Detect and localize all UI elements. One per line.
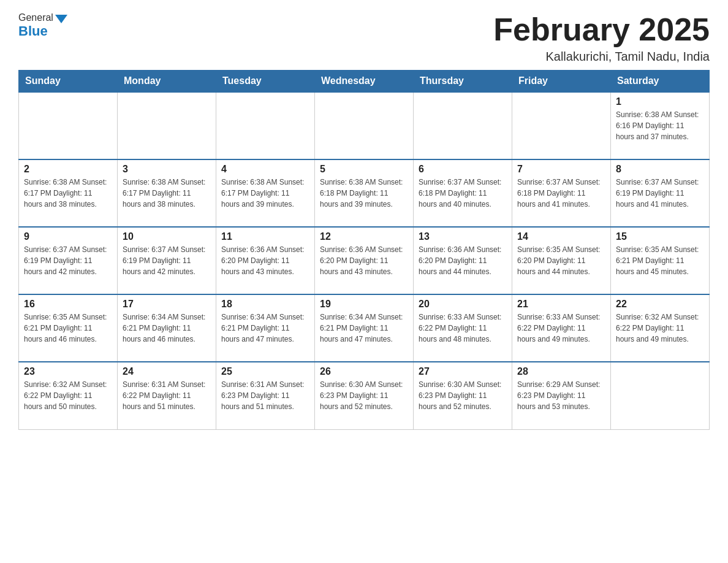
day-info: Sunrise: 6:38 AM Sunset: 6:17 PM Dayligh…	[221, 177, 309, 210]
calendar-cell: 8Sunrise: 6:37 AM Sunset: 6:19 PM Daylig…	[611, 159, 710, 227]
day-number: 5	[320, 164, 408, 175]
logo: General Blue	[18, 12, 67, 39]
day-info: Sunrise: 6:34 AM Sunset: 6:21 PM Dayligh…	[123, 312, 211, 345]
calendar-cell: 21Sunrise: 6:33 AM Sunset: 6:22 PM Dayli…	[512, 294, 611, 362]
day-info: Sunrise: 6:34 AM Sunset: 6:21 PM Dayligh…	[221, 312, 309, 345]
day-info: Sunrise: 6:38 AM Sunset: 6:17 PM Dayligh…	[123, 177, 211, 210]
day-info: Sunrise: 6:36 AM Sunset: 6:20 PM Dayligh…	[320, 244, 408, 277]
calendar-header-row: SundayMondayTuesdayWednesdayThursdayFrid…	[19, 71, 710, 93]
day-info: Sunrise: 6:33 AM Sunset: 6:22 PM Dayligh…	[517, 312, 605, 345]
title-block: February 2025 Kallakurichi, Tamil Nadu, …	[493, 12, 710, 64]
day-number: 15	[616, 231, 704, 242]
day-number: 20	[419, 299, 507, 310]
page-header: General Blue February 2025 Kallakurichi,…	[18, 12, 710, 64]
calendar-cell: 11Sunrise: 6:36 AM Sunset: 6:20 PM Dayli…	[216, 227, 315, 294]
day-info: Sunrise: 6:38 AM Sunset: 6:18 PM Dayligh…	[320, 177, 408, 210]
day-info: Sunrise: 6:37 AM Sunset: 6:19 PM Dayligh…	[24, 244, 112, 277]
day-info: Sunrise: 6:30 AM Sunset: 6:23 PM Dayligh…	[419, 379, 507, 412]
day-number: 12	[320, 231, 408, 242]
day-info: Sunrise: 6:30 AM Sunset: 6:23 PM Dayligh…	[320, 379, 408, 412]
logo-arrow-icon	[55, 15, 67, 23]
calendar-cell: 19Sunrise: 6:34 AM Sunset: 6:21 PM Dayli…	[315, 294, 414, 362]
week-row-1: 1Sunrise: 6:38 AM Sunset: 6:16 PM Daylig…	[19, 92, 710, 159]
day-info: Sunrise: 6:29 AM Sunset: 6:23 PM Dayligh…	[517, 379, 605, 412]
day-number: 2	[24, 164, 112, 175]
calendar-cell: 24Sunrise: 6:31 AM Sunset: 6:22 PM Dayli…	[118, 362, 216, 429]
day-number: 23	[24, 366, 112, 377]
calendar-cell	[19, 92, 118, 159]
day-number: 8	[616, 164, 704, 175]
calendar-cell: 15Sunrise: 6:35 AM Sunset: 6:21 PM Dayli…	[611, 227, 710, 294]
day-info: Sunrise: 6:36 AM Sunset: 6:20 PM Dayligh…	[221, 244, 309, 277]
day-info: Sunrise: 6:37 AM Sunset: 6:18 PM Dayligh…	[419, 177, 507, 210]
calendar-cell: 16Sunrise: 6:35 AM Sunset: 6:21 PM Dayli…	[19, 294, 118, 362]
col-header-friday: Friday	[512, 71, 611, 93]
day-number: 21	[517, 299, 605, 310]
calendar-cell	[216, 92, 315, 159]
calendar-cell: 10Sunrise: 6:37 AM Sunset: 6:19 PM Dayli…	[118, 227, 216, 294]
calendar-cell: 20Sunrise: 6:33 AM Sunset: 6:22 PM Dayli…	[414, 294, 512, 362]
day-number: 11	[221, 231, 309, 242]
week-row-5: 23Sunrise: 6:32 AM Sunset: 6:22 PM Dayli…	[19, 362, 710, 429]
col-header-saturday: Saturday	[611, 71, 710, 93]
logo-blue-text: Blue	[18, 23, 48, 39]
week-row-3: 9Sunrise: 6:37 AM Sunset: 6:19 PM Daylig…	[19, 227, 710, 294]
day-number: 7	[517, 164, 605, 175]
day-info: Sunrise: 6:35 AM Sunset: 6:20 PM Dayligh…	[517, 244, 605, 277]
col-header-sunday: Sunday	[19, 71, 118, 93]
day-info: Sunrise: 6:36 AM Sunset: 6:20 PM Dayligh…	[419, 244, 507, 277]
day-number: 26	[320, 366, 408, 377]
day-number: 6	[419, 164, 507, 175]
day-info: Sunrise: 6:37 AM Sunset: 6:19 PM Dayligh…	[616, 177, 704, 210]
day-info: Sunrise: 6:35 AM Sunset: 6:21 PM Dayligh…	[24, 312, 112, 345]
day-info: Sunrise: 6:37 AM Sunset: 6:19 PM Dayligh…	[123, 244, 211, 277]
day-number: 4	[221, 164, 309, 175]
calendar-cell: 23Sunrise: 6:32 AM Sunset: 6:22 PM Dayli…	[19, 362, 118, 429]
calendar-cell: 7Sunrise: 6:37 AM Sunset: 6:18 PM Daylig…	[512, 159, 611, 227]
calendar-cell: 12Sunrise: 6:36 AM Sunset: 6:20 PM Dayli…	[315, 227, 414, 294]
day-info: Sunrise: 6:32 AM Sunset: 6:22 PM Dayligh…	[616, 312, 704, 345]
day-info: Sunrise: 6:38 AM Sunset: 6:16 PM Dayligh…	[616, 109, 704, 142]
calendar-cell: 9Sunrise: 6:37 AM Sunset: 6:19 PM Daylig…	[19, 227, 118, 294]
location-subtitle: Kallakurichi, Tamil Nadu, India	[493, 50, 710, 64]
month-title: February 2025	[493, 12, 710, 47]
day-number: 18	[221, 299, 309, 310]
calendar-cell	[118, 92, 216, 159]
calendar-cell	[611, 362, 710, 429]
day-number: 9	[24, 231, 112, 242]
week-row-2: 2Sunrise: 6:38 AM Sunset: 6:17 PM Daylig…	[19, 159, 710, 227]
day-number: 3	[123, 164, 211, 175]
day-number: 13	[419, 231, 507, 242]
calendar-cell: 14Sunrise: 6:35 AM Sunset: 6:20 PM Dayli…	[512, 227, 611, 294]
calendar-cell: 28Sunrise: 6:29 AM Sunset: 6:23 PM Dayli…	[512, 362, 611, 429]
day-info: Sunrise: 6:31 AM Sunset: 6:22 PM Dayligh…	[123, 379, 211, 412]
day-number: 22	[616, 299, 704, 310]
calendar-table: SundayMondayTuesdayWednesdayThursdayFrid…	[18, 70, 710, 430]
day-number: 27	[419, 366, 507, 377]
calendar-cell: 6Sunrise: 6:37 AM Sunset: 6:18 PM Daylig…	[414, 159, 512, 227]
day-number: 24	[123, 366, 211, 377]
calendar-cell: 4Sunrise: 6:38 AM Sunset: 6:17 PM Daylig…	[216, 159, 315, 227]
day-number: 10	[123, 231, 211, 242]
day-info: Sunrise: 6:34 AM Sunset: 6:21 PM Dayligh…	[320, 312, 408, 345]
calendar-cell: 18Sunrise: 6:34 AM Sunset: 6:21 PM Dayli…	[216, 294, 315, 362]
col-header-wednesday: Wednesday	[315, 71, 414, 93]
calendar-cell: 1Sunrise: 6:38 AM Sunset: 6:16 PM Daylig…	[611, 92, 710, 159]
calendar-cell	[414, 92, 512, 159]
day-info: Sunrise: 6:38 AM Sunset: 6:17 PM Dayligh…	[24, 177, 112, 210]
calendar-cell: 17Sunrise: 6:34 AM Sunset: 6:21 PM Dayli…	[118, 294, 216, 362]
day-number: 16	[24, 299, 112, 310]
day-info: Sunrise: 6:32 AM Sunset: 6:22 PM Dayligh…	[24, 379, 112, 412]
calendar-cell: 22Sunrise: 6:32 AM Sunset: 6:22 PM Dayli…	[611, 294, 710, 362]
col-header-tuesday: Tuesday	[216, 71, 315, 93]
day-number: 1	[616, 96, 704, 107]
day-info: Sunrise: 6:35 AM Sunset: 6:21 PM Dayligh…	[616, 244, 704, 277]
day-info: Sunrise: 6:31 AM Sunset: 6:23 PM Dayligh…	[221, 379, 309, 412]
day-info: Sunrise: 6:37 AM Sunset: 6:18 PM Dayligh…	[517, 177, 605, 210]
day-info: Sunrise: 6:33 AM Sunset: 6:22 PM Dayligh…	[419, 312, 507, 345]
logo-general-text: General	[18, 12, 53, 23]
calendar-cell: 25Sunrise: 6:31 AM Sunset: 6:23 PM Dayli…	[216, 362, 315, 429]
col-header-thursday: Thursday	[414, 71, 512, 93]
calendar-cell: 13Sunrise: 6:36 AM Sunset: 6:20 PM Dayli…	[414, 227, 512, 294]
calendar-cell	[512, 92, 611, 159]
